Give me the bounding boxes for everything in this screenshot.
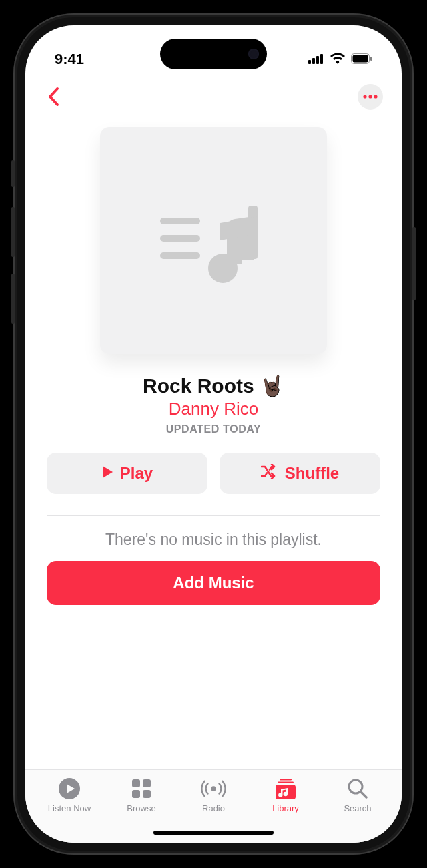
playlist-updated: UPDATED TODAY [166,423,262,435]
phone-frame: 9:41 [13,13,414,855]
tab-library[interactable]: Library [256,777,316,813]
status-icons [308,51,372,68]
svg-rect-18 [143,779,151,787]
tab-label: Browse [127,803,155,813]
playlist-artwork [100,127,327,354]
svg-rect-22 [280,779,292,781]
add-music-label: Add Music [173,574,254,592]
svg-rect-1 [312,58,315,64]
shuffle-button[interactable]: Shuffle [220,453,380,494]
radio-icon [201,777,226,801]
screen: 9:41 [25,25,402,843]
tab-listen-now[interactable]: Listen Now [39,777,99,813]
ringer-switch [11,160,15,187]
svg-rect-14 [232,255,242,264]
svg-rect-0 [308,60,311,64]
tab-search[interactable]: Search [328,777,388,813]
tab-browse[interactable]: Browse [111,777,171,813]
svg-rect-5 [353,55,368,63]
tab-label: Listen Now [48,803,91,813]
svg-rect-17 [132,779,140,787]
playlist-artist[interactable]: Danny Rico [169,399,258,419]
content: Rock Roots 🤘🏿 Danny Rico UPDATED TODAY P… [25,112,402,769]
svg-rect-10 [160,218,200,224]
more-button[interactable] [358,84,383,110]
wifi-icon [330,51,346,68]
tab-label: Library [272,803,299,813]
svg-line-26 [361,792,366,797]
status-time: 9:41 [55,51,84,68]
svg-rect-19 [132,790,140,798]
svg-rect-20 [143,790,151,798]
tab-radio[interactable]: Radio [183,777,244,813]
svg-rect-3 [320,54,323,64]
play-circle-icon [57,777,81,801]
svg-point-7 [363,95,366,98]
tab-label: Search [344,803,371,813]
svg-rect-2 [316,56,319,64]
back-button[interactable] [44,85,63,109]
cellular-icon [308,51,324,68]
library-icon [274,777,298,801]
search-icon [346,777,370,801]
grid-icon [129,777,153,801]
battery-icon [351,51,372,68]
volume-up-button [11,207,15,257]
volume-down-button [11,274,15,324]
shuffle-label: Shuffle [285,464,339,483]
divider [47,515,380,516]
shuffle-icon [261,464,278,483]
playlist-title: Rock Roots 🤘🏿 [143,374,284,397]
nav-bar [25,77,402,112]
svg-point-21 [211,786,216,791]
tab-label: Radio [202,803,225,813]
front-camera [248,49,259,59]
home-indicator[interactable] [153,831,274,835]
play-icon [101,464,113,483]
empty-playlist-text: There's no music in this playlist. [105,531,322,549]
power-button [412,227,416,300]
svg-rect-6 [370,57,372,61]
add-music-button[interactable]: Add Music [47,561,380,605]
svg-rect-12 [160,252,200,259]
play-button[interactable]: Play [47,453,207,494]
svg-rect-11 [160,235,200,242]
svg-point-9 [374,95,377,98]
svg-point-8 [368,95,372,98]
play-label: Play [120,464,153,483]
button-row: Play Shuffle [47,453,380,494]
dynamic-island [160,39,267,69]
svg-rect-23 [278,782,294,784]
